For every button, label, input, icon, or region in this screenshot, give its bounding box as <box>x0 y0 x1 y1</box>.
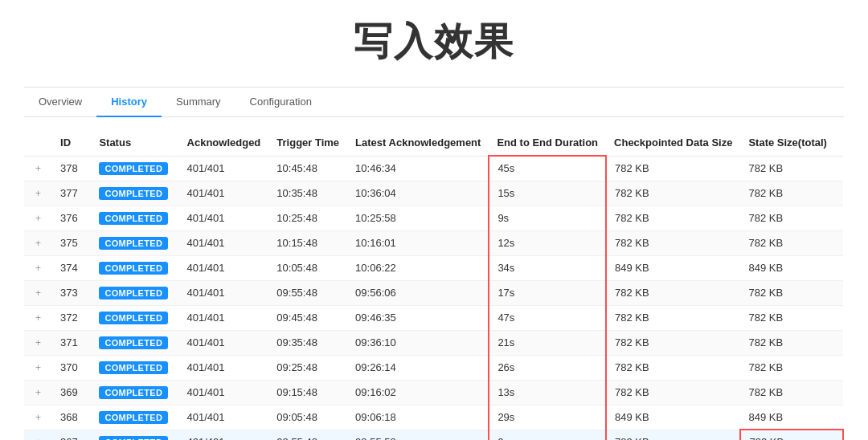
checkpoint-size-cell: 782 KB <box>606 280 740 305</box>
id-cell: 373 <box>52 280 91 305</box>
expand-icon[interactable]: + <box>32 238 44 249</box>
expand-icon[interactable]: + <box>32 312 44 324</box>
status-cell: COMPLETED <box>91 330 178 355</box>
tab-configuration[interactable]: Configuration <box>235 88 326 117</box>
trigger-time-cell: 10:25:48 <box>268 206 347 230</box>
table-row: +372COMPLETED401/40109:45:4809:46:3547s7… <box>24 305 843 330</box>
table-row: +368COMPLETED401/40109:05:4809:06:1829s8… <box>24 405 843 430</box>
trigger-time-cell: 09:45:48 <box>268 305 347 330</box>
latest-ack-cell: 10:06:22 <box>347 255 489 280</box>
e2e-duration-cell: 29s <box>489 405 606 430</box>
acknowledged-cell: 401/401 <box>179 380 269 405</box>
status-cell: COMPLETED <box>91 380 178 405</box>
e2e-duration-cell: 45s <box>489 156 606 181</box>
state-size-cell: 782 KB <box>740 280 843 305</box>
expand-icon[interactable]: + <box>32 387 44 398</box>
expand-cell[interactable]: + <box>24 280 52 305</box>
latest-ack-cell: 09:06:18 <box>347 405 489 430</box>
acknowledged-cell: 401/401 <box>179 330 269 355</box>
status-cell: COMPLETED <box>91 255 178 280</box>
table-row: +371COMPLETED401/40109:35:4809:36:1021s7… <box>24 330 843 355</box>
table-row: +377COMPLETED401/40110:35:4810:36:0415s7… <box>24 181 843 206</box>
latest-ack-cell: 09:46:35 <box>347 305 489 330</box>
checkpoint-size-cell: 782 KB <box>606 181 740 206</box>
col-id-header: ID <box>52 130 91 156</box>
status-badge: COMPLETED <box>99 361 168 374</box>
expand-icon[interactable]: + <box>32 163 44 174</box>
acknowledged-cell: 401/401 <box>179 206 269 230</box>
state-size-cell: 782 KB <box>740 355 843 380</box>
expand-cell[interactable]: + <box>24 405 52 430</box>
id-cell: 378 <box>52 156 91 181</box>
id-cell: 369 <box>52 380 91 405</box>
table-header-row: ID Status Acknowledged Trigger Time Late… <box>24 130 843 156</box>
expand-icon[interactable]: + <box>32 362 44 373</box>
expand-icon[interactable]: + <box>32 412 44 423</box>
expand-cell[interactable]: + <box>24 230 52 255</box>
trigger-time-cell: 09:15:48 <box>268 380 347 405</box>
status-badge: COMPLETED <box>99 212 168 225</box>
acknowledged-cell: 401/401 <box>179 230 269 255</box>
latest-ack-cell: 10:25:58 <box>347 206 489 230</box>
e2e-duration-cell: 15s <box>489 181 606 206</box>
latest-ack-cell: 09:26:14 <box>347 355 489 380</box>
expand-cell[interactable]: + <box>24 330 52 355</box>
expand-cell[interactable]: + <box>24 430 52 440</box>
e2e-duration-cell: 9s <box>489 206 606 230</box>
expand-cell[interactable]: + <box>24 206 52 230</box>
table-row: +369COMPLETED401/40109:15:4809:16:0213s7… <box>24 380 843 405</box>
col-status-header: Status <box>91 130 178 156</box>
id-cell: 370 <box>52 355 91 380</box>
latest-ack-cell: 08:55:58 <box>347 430 489 440</box>
checkpoint-size-cell: 849 KB <box>606 255 740 280</box>
status-badge: COMPLETED <box>99 336 168 349</box>
expand-icon[interactable]: + <box>32 437 44 440</box>
page-wrapper: 写入效果 Overview History Summary Configurat… <box>0 0 868 440</box>
trigger-time-cell: 10:45:48 <box>268 156 347 181</box>
table-row: +376COMPLETED401/40110:25:4810:25:589s78… <box>24 206 843 230</box>
status-badge: COMPLETED <box>99 187 168 200</box>
status-badge: COMPLETED <box>99 312 168 324</box>
expand-icon[interactable]: + <box>32 263 44 274</box>
table-row: +373COMPLETED401/40109:55:4809:56:0617s7… <box>24 280 843 305</box>
trigger-time-cell: 09:55:48 <box>268 280 347 305</box>
trigger-time-cell: 08:55:48 <box>268 430 347 440</box>
expand-cell[interactable]: + <box>24 380 52 405</box>
expand-icon[interactable]: + <box>32 188 44 199</box>
id-cell: 376 <box>52 206 91 230</box>
acknowledged-cell: 401/401 <box>179 156 269 181</box>
expand-cell[interactable]: + <box>24 355 52 380</box>
expand-cell[interactable]: + <box>24 181 52 206</box>
latest-ack-cell: 10:36:04 <box>347 181 489 206</box>
state-size-cell: 782 KB <box>740 305 843 330</box>
e2e-duration-cell: 9s <box>489 430 606 440</box>
e2e-duration-cell: 21s <box>489 330 606 355</box>
tab-history[interactable]: History <box>96 88 162 117</box>
acknowledged-cell: 401/401 <box>179 405 269 430</box>
checkpoint-size-cell: 782 KB <box>606 156 740 181</box>
expand-cell[interactable]: + <box>24 156 52 181</box>
state-size-cell: 849 KB <box>740 255 843 280</box>
id-cell: 368 <box>52 405 91 430</box>
checkpoint-size-cell: 782 KB <box>606 230 740 255</box>
tab-summary[interactable]: Summary <box>162 88 235 117</box>
status-cell: COMPLETED <box>91 181 178 206</box>
table-row: +375COMPLETED401/40110:15:4810:16:0112s7… <box>24 230 843 255</box>
checkpoint-size-cell: 849 KB <box>606 405 740 430</box>
acknowledged-cell: 401/401 <box>179 430 269 440</box>
e2e-duration-cell: 12s <box>489 230 606 255</box>
expand-icon[interactable]: + <box>32 287 44 299</box>
status-cell: COMPLETED <box>91 230 178 255</box>
tab-overview[interactable]: Overview <box>24 88 96 117</box>
checkpoint-size-cell: 782 KB <box>606 430 740 440</box>
expand-icon[interactable]: + <box>32 213 44 224</box>
expand-icon[interactable]: + <box>32 337 44 348</box>
table-row: +370COMPLETED401/40109:25:4809:26:1426s7… <box>24 355 843 380</box>
state-size-cell: 782 KB <box>740 156 843 181</box>
id-cell: 372 <box>52 305 91 330</box>
expand-cell[interactable]: + <box>24 255 52 280</box>
latest-ack-cell: 09:16:02 <box>347 380 489 405</box>
status-cell: COMPLETED <box>91 206 178 230</box>
expand-cell[interactable]: + <box>24 305 52 330</box>
status-badge: COMPLETED <box>99 436 168 441</box>
